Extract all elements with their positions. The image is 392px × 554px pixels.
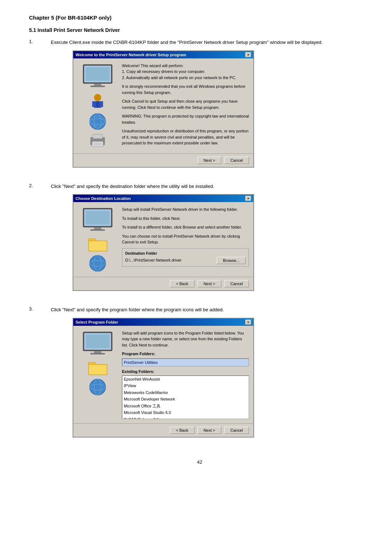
computer-icon-3 [81, 330, 114, 357]
destination-row: D:\...\PrintServer Network driver Browse… [125, 257, 246, 264]
close-icon-3[interactable]: × [245, 320, 251, 325]
welcome-text5: Click Cancel to quit Setup and then clos… [122, 98, 249, 110]
svg-rect-21 [90, 229, 105, 231]
step-1-content: Execute Client.exe inside the CD\BR-6104… [51, 39, 370, 175]
step-2: 2. Click "Next" and specify the destinat… [29, 183, 370, 299]
prog-folders-label: Program Folders: [122, 351, 249, 357]
dialog2-next-button[interactable]: Next > [197, 280, 221, 287]
dialog-welcome-footer: Next > Cancel [73, 153, 253, 167]
svg-rect-2 [94, 83, 101, 86]
step-2-content: Click "Next" and specify the destination… [51, 183, 370, 299]
globe-icon-3 [89, 378, 107, 396]
dest-text1: Setup will install PrintServer Network d… [122, 206, 249, 213]
dialog-destination-body: Setup will install PrintServer Network d… [73, 202, 253, 277]
step-3-number: 3. [29, 306, 51, 312]
dialog-welcome-body: Welcome! This wizard will perform: 1. Co… [73, 58, 253, 153]
close-icon[interactable]: × [245, 52, 251, 57]
dialog3-cancel-button[interactable]: Cancel [224, 427, 249, 434]
welcome-text1: Welcome! This wizard will perform: 1. Co… [122, 63, 249, 81]
dialog-program-folder-footer: < Back Next > Cancel [73, 423, 253, 437]
dialog-program-folder-icons [78, 330, 118, 419]
close-icon-2[interactable]: × [245, 196, 251, 201]
dialog2-back-button[interactable]: < Back [170, 280, 195, 287]
svg-rect-3 [90, 86, 105, 87]
svg-rect-22 [86, 211, 110, 225]
dialog-welcome: Welcome to the PrintServer Network drive… [73, 50, 254, 168]
svg-rect-30 [86, 335, 110, 348]
svg-rect-17 [94, 144, 102, 145]
dialog-destination-titlebar: Choose Destination Location × [73, 195, 253, 202]
destination-path: D:\...\PrintServer Network driver [125, 257, 214, 263]
step-3: 3. Click "Next" and specify the program … [29, 306, 370, 445]
list-item[interactable]: EpsonNet WinAssist [122, 376, 249, 383]
list-item[interactable]: OrCAD Release 9.1 [122, 416, 249, 419]
step-3-content: Click "Next" and specify the program fol… [51, 306, 370, 445]
dialog-destination-text: Setup will install PrintServer Network d… [122, 206, 249, 272]
destination-folder-box: Destination Folder D:\...\PrintServer Ne… [122, 248, 249, 267]
page-number: 42 [29, 459, 370, 465]
globe-icon [89, 112, 107, 131]
dialog-program-folder-text: Setup will add program icons to the Prog… [122, 330, 249, 419]
step-1: 1. Execute Client.exe inside the CD\BR-6… [29, 39, 370, 175]
program-folder-input[interactable]: PrintServer Utilities [122, 358, 249, 367]
list-item[interactable]: Metroworks CodeWarrior [122, 389, 249, 396]
step-3-text: Click "Next" and specify the program fol… [51, 306, 370, 313]
dialog1-cancel-button[interactable]: Cancel [224, 157, 249, 164]
dialog-destination-title: Choose Destination Location [75, 196, 131, 201]
list-item[interactable]: Microsoft Developer Network [122, 396, 249, 403]
svg-rect-7 [92, 101, 96, 107]
step-1-text: Execute Client.exe inside the CD\BR-6104… [51, 39, 370, 46]
dialog-destination-icons [78, 206, 118, 272]
titlebar-buttons-2: × [245, 196, 251, 201]
welcome-text7: Unauthorized reproduction or distributio… [122, 128, 249, 146]
svg-rect-29 [90, 353, 105, 354]
dest-text3: To install to a different folder, click … [122, 224, 249, 230]
titlebar-buttons: × [245, 52, 251, 57]
step-1-number: 1. [29, 39, 51, 44]
svg-point-5 [94, 94, 101, 101]
chapter-title: Chapter 5 (For BR-6104KP only) [29, 15, 370, 21]
svg-point-31 [90, 379, 106, 395]
dialog-destination-footer: < Back Next > Cancel [73, 277, 253, 290]
dialog-program-folder-body: Setup will add program icons to the Prog… [73, 326, 253, 423]
folder-icon [88, 236, 108, 252]
prog-text1: Setup will add program icons to the Prog… [122, 330, 249, 348]
dialog-program-folder-titlebar: Select Program Folder × [73, 319, 253, 326]
dialog-welcome-titlebar: Welcome to the PrintServer Network drive… [73, 51, 253, 58]
svg-point-23 [90, 255, 106, 271]
svg-rect-20 [94, 227, 101, 229]
dialog-welcome-text: Welcome! This wizard will perform: 1. Co… [122, 63, 249, 149]
svg-rect-28 [94, 351, 101, 353]
dialog3-next-button[interactable]: Next > [197, 427, 221, 434]
dialog2-cancel-button[interactable]: Cancel [224, 280, 249, 287]
step-2-text: Click "Next" and specify the destination… [51, 183, 370, 190]
list-item[interactable]: Microsoft Visual Studio 6.0 [122, 409, 249, 416]
computer-icon-2 [81, 206, 114, 234]
dest-folder-label: Destination Folder [125, 251, 246, 256]
titlebar-buttons-3: × [245, 320, 251, 325]
svg-rect-14 [93, 134, 102, 139]
dest-text4: You can choose not to install PrintServe… [122, 233, 249, 245]
svg-rect-16 [94, 143, 102, 144]
section-title: 5.1 Install Print Server Network Driver [29, 27, 370, 33]
existing-folders-list[interactable]: EpsonNet WinAssistIPViewMetroworks CodeW… [122, 376, 249, 419]
svg-rect-8 [99, 101, 103, 107]
existing-folders-label: Existing Folders: [122, 369, 249, 375]
dialog-program-folder: Select Program Folder × [73, 318, 254, 438]
svg-rect-15 [92, 141, 103, 147]
computer-icon [81, 63, 114, 90]
browse-button[interactable]: Browse... [217, 257, 246, 264]
folder-icon-2 [88, 360, 108, 376]
dialog1-next-button[interactable]: Next > [197, 157, 221, 164]
svg-rect-4 [86, 67, 110, 81]
dialog-destination: Choose Destination Location × [73, 194, 254, 291]
list-item[interactable]: IPView [122, 382, 249, 389]
welcome-text4: It is strongly recommended that you exit… [122, 83, 249, 95]
list-item[interactable]: Microsoft Office 工具 [122, 403, 249, 410]
globe-icon-2 [89, 254, 107, 272]
wizard-icon [89, 92, 107, 110]
dialog-welcome-title: Welcome to the PrintServer Network drive… [75, 53, 186, 57]
dialog-welcome-icons [78, 63, 118, 149]
welcome-text6: WARNING: This program is protected by co… [122, 113, 249, 125]
dialog3-back-button[interactable]: < Back [170, 427, 195, 434]
